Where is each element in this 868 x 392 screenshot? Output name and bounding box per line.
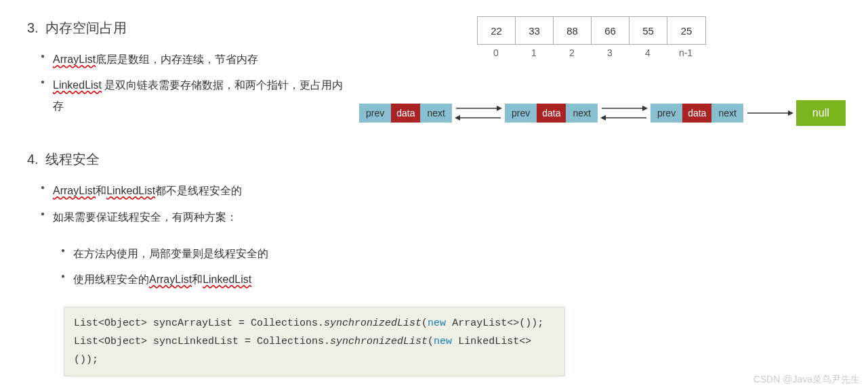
node: prev data next xyxy=(359,104,452,123)
section-4-sublist: 在方法内使用，局部变量则是线程安全的 使用线程安全的ArrayList和Link… xyxy=(20,244,848,290)
section-title: 线程安全 xyxy=(45,152,100,167)
text: 使用线程安全的 xyxy=(73,274,149,285)
idx: 0 xyxy=(477,45,515,58)
code-keyword: new xyxy=(434,336,452,347)
node-data: data xyxy=(682,104,711,123)
code-text: ( xyxy=(421,318,428,329)
code-line: List<Object> syncLinkedList = Collection… xyxy=(74,332,555,369)
text: 和 xyxy=(192,274,203,285)
node: prev data next xyxy=(650,104,743,123)
text: 底层是数组，内存连续，节省内存 xyxy=(96,53,258,65)
arrow-right-icon xyxy=(746,109,793,117)
section-title: 内存空间占用 xyxy=(45,20,127,35)
code-text: List<Object> syncArrayList = Collections… xyxy=(74,318,324,329)
code-text: List<Object> syncLinkedList = Collection… xyxy=(74,336,330,347)
term: LinkedList xyxy=(53,79,102,91)
term: LinkedList xyxy=(203,274,251,285)
svg-marker-5 xyxy=(642,106,648,111)
arrow-right-icon xyxy=(600,104,648,112)
section-3-heading: 3.内存空间占用 xyxy=(27,19,346,37)
code-method: synchronizedList xyxy=(330,336,428,347)
array-cell: 55 xyxy=(629,17,667,44)
code-keyword: new xyxy=(428,318,446,329)
section-number: 3. xyxy=(27,20,39,35)
code-method: synchronizedList xyxy=(324,318,421,329)
arrow-right-icon xyxy=(455,104,502,112)
code-block: List<Object> syncArrayList = Collections… xyxy=(64,307,565,376)
array-cell: 88 xyxy=(554,17,592,44)
list-item: 如果需要保证线程安全，有两种方案： xyxy=(41,207,848,227)
node-next: next xyxy=(566,104,597,123)
node-next: next xyxy=(711,104,743,123)
list-item: 使用线程安全的ArrayList和LinkedList xyxy=(61,269,848,290)
array-indices: 0 1 2 3 4 n-1 xyxy=(477,45,706,58)
null-node: null xyxy=(796,100,846,126)
code-text: ( xyxy=(428,336,434,347)
code-line: List<Object> syncArrayList = Collections… xyxy=(74,314,555,332)
idx: n-1 xyxy=(667,45,705,58)
idx: 2 xyxy=(553,45,591,58)
node-data: data xyxy=(391,104,420,123)
array-cell: 66 xyxy=(592,17,629,44)
term: ArrayList xyxy=(53,185,96,196)
node-prev: prev xyxy=(359,104,391,123)
arrow-single xyxy=(746,109,793,117)
section-4-heading: 4.线程安全 xyxy=(27,150,848,169)
node-prev: prev xyxy=(505,104,537,123)
list-item: LinkedList 是双向链表需要存储数据，和两个指针，更占用内存 xyxy=(41,75,346,116)
arrow-left-icon xyxy=(455,114,502,122)
svg-marker-7 xyxy=(600,115,606,121)
node-next: next xyxy=(420,104,451,123)
text: 都不是线程安全的 xyxy=(155,185,242,196)
section-3-list: ArrayList底层是数组，内存连续，节省内存 LinkedList 是双向链… xyxy=(20,49,346,116)
list-item: 在方法内使用，局部变量则是线程安全的 xyxy=(61,244,848,264)
node-data: data xyxy=(537,104,566,123)
term: ArrayList xyxy=(53,53,96,65)
arrow-pair xyxy=(455,104,502,122)
idx: 4 xyxy=(629,45,667,58)
arrow-left-icon xyxy=(600,114,648,122)
node-prev: prev xyxy=(650,104,682,123)
svg-marker-9 xyxy=(788,110,793,116)
array-cell: 33 xyxy=(516,17,554,44)
array-diagram: 22 33 88 66 55 25 0 1 2 3 4 n-1 xyxy=(477,16,706,58)
code-text: ArrayList<>()); xyxy=(446,318,543,329)
term: ArrayList xyxy=(149,274,192,285)
section-number: 4. xyxy=(27,152,39,167)
arrow-pair xyxy=(600,104,648,122)
list-item: ArrayList底层是数组，内存连续，节省内存 xyxy=(41,49,346,70)
svg-marker-3 xyxy=(455,115,460,121)
watermark: CSDN @Java菜鸟尹先生 xyxy=(753,374,860,386)
array-cell: 25 xyxy=(667,17,705,44)
svg-marker-1 xyxy=(497,106,502,111)
text: 和 xyxy=(96,185,106,196)
section-4-list: ArrayList和LinkedList都不是线程安全的 如果需要保证线程安全，… xyxy=(20,181,848,227)
node: prev data next xyxy=(505,104,598,123)
idx: 1 xyxy=(515,45,553,58)
array-row: 22 33 88 66 55 25 xyxy=(477,16,706,45)
array-cell: 22 xyxy=(478,17,516,44)
list-item: ArrayList和LinkedList都不是线程安全的 xyxy=(41,181,848,201)
linkedlist-diagram: prev data next prev data next prev data … xyxy=(359,100,846,126)
term: LinkedList xyxy=(106,185,155,196)
idx: 3 xyxy=(591,45,629,58)
